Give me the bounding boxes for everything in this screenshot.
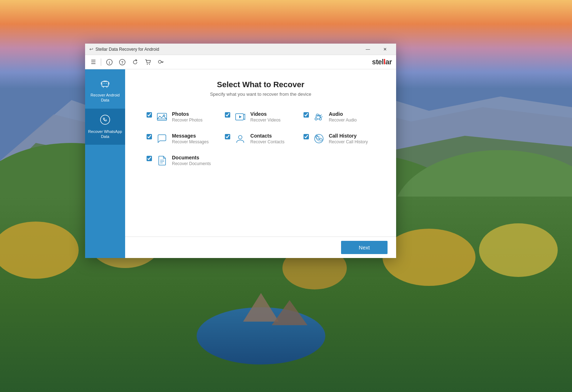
photos-checkbox[interactable] — [147, 112, 152, 118]
cart-icon — [145, 59, 151, 65]
videos-text: Videos Recover Videos — [250, 111, 281, 123]
call-history-checkbox[interactable] — [304, 134, 309, 139]
page-title: Select What to Recover — [139, 80, 382, 89]
contacts-text: Contacts Recover Contacts — [250, 133, 284, 144]
documents-checkbox[interactable] — [147, 156, 152, 161]
svg-point-32 — [100, 115, 110, 124]
footer-bar: Next — [125, 237, 396, 258]
sidebar-item-android-label: Recover Android Data — [88, 93, 122, 103]
svg-point-39 — [319, 118, 321, 120]
close-button[interactable]: ✕ — [377, 44, 393, 55]
next-button[interactable]: Next — [341, 241, 388, 254]
minimize-button[interactable]: — — [360, 44, 376, 55]
photos-desc: Recover Photos — [172, 118, 202, 123]
call-history-title: Call History — [329, 133, 368, 139]
audio-icon — [313, 111, 325, 124]
svg-point-22 — [149, 64, 150, 64]
titlebar: ↩ Stellar Data Recovery for Android — ✕ — [85, 44, 396, 55]
svg-point-31 — [106, 83, 107, 84]
call-history-desc: Recover Call History — [329, 139, 368, 144]
svg-point-38 — [315, 118, 317, 120]
info-button[interactable]: i — [105, 58, 114, 66]
messages-icon — [156, 133, 168, 146]
documents-title: Documents — [172, 155, 211, 160]
sidebar-item-android[interactable]: Recover Android Data — [85, 72, 125, 109]
sidebar: Recover Android Data Recover WhatsApp Da… — [85, 69, 125, 258]
videos-title: Videos — [250, 111, 281, 117]
titlebar-left: ↩ Stellar Data Recovery for Android — [89, 46, 159, 52]
key-button[interactable] — [156, 58, 166, 66]
documents-text: Documents Recover Documents — [172, 155, 211, 166]
videos-desc: Recover Videos — [250, 118, 281, 123]
contacts-desc: Recover Contacts — [250, 139, 284, 144]
svg-text:i: i — [109, 60, 110, 64]
page-subtitle: Specify what you want to recover from th… — [139, 91, 382, 97]
recovery-item-documents[interactable]: Documents Recover Documents — [147, 155, 218, 168]
app-window: ↩ Stellar Data Recovery for Android — ✕ … — [85, 44, 396, 258]
svg-point-13 — [479, 223, 558, 277]
stellar-logo: stellar — [372, 58, 392, 66]
documents-icon — [156, 155, 168, 168]
contacts-title: Contacts — [250, 133, 284, 139]
audio-text: Audio Recover Audio — [329, 111, 357, 123]
recovery-item-call-history[interactable]: Call History Recover Call History — [304, 133, 375, 146]
contacts-icon — [235, 133, 246, 146]
help-button[interactable]: ? — [118, 58, 127, 66]
android-icon — [100, 78, 110, 90]
titlebar-app-icon: ↩ — [89, 46, 93, 52]
svg-marker-37 — [239, 115, 242, 118]
audio-title: Audio — [329, 111, 357, 117]
hamburger-icon: ☰ — [91, 59, 96, 65]
recovery-item-videos[interactable]: Videos Recover Videos — [225, 111, 296, 124]
logo-accent: l — [384, 58, 385, 66]
main-panel: Select What to Recover Specify what you … — [125, 69, 396, 258]
help-icon: ? — [119, 59, 125, 65]
call-history-text: Call History Recover Call History — [329, 133, 368, 144]
contacts-checkbox[interactable] — [225, 134, 230, 139]
svg-point-21 — [147, 64, 148, 64]
audio-desc: Recover Audio — [329, 118, 357, 123]
recovery-item-contacts[interactable]: Contacts Recover Contacts — [225, 133, 296, 146]
audio-checkbox[interactable] — [304, 112, 309, 118]
photos-title: Photos — [172, 111, 202, 117]
menu-button[interactable]: ☰ — [89, 58, 97, 66]
call-history-icon — [313, 133, 325, 146]
main-content: Select What to Recover Specify what you … — [125, 69, 396, 237]
videos-icon — [235, 111, 246, 124]
key-icon — [158, 59, 164, 65]
recovery-grid: Photos Recover Photos — [139, 108, 382, 172]
messages-title: Messages — [172, 133, 209, 139]
messages-desc: Recover Messages — [172, 139, 209, 144]
messages-text: Messages Recover Messages — [172, 133, 209, 144]
svg-text:?: ? — [121, 60, 123, 64]
svg-point-30 — [104, 83, 104, 84]
documents-desc: Recover Documents — [172, 161, 211, 166]
svg-point-23 — [158, 60, 161, 63]
photos-icon — [156, 111, 168, 124]
refresh-icon — [132, 59, 138, 65]
recovery-item-messages[interactable]: Messages Recover Messages — [147, 133, 218, 146]
messages-checkbox[interactable] — [147, 134, 152, 139]
refresh-button[interactable] — [130, 58, 140, 66]
toolbar: ☰ i ? — [85, 55, 396, 69]
svg-point-35 — [163, 115, 165, 116]
photos-text: Photos Recover Photos — [172, 111, 202, 123]
toolbar-icons: ☰ i ? — [89, 58, 166, 66]
info-icon: i — [106, 59, 113, 65]
titlebar-controls: — ✕ — [360, 44, 393, 55]
videos-checkbox[interactable] — [225, 112, 230, 118]
cart-button[interactable] — [143, 58, 153, 66]
recovery-item-photos[interactable]: Photos Recover Photos — [147, 111, 218, 124]
svg-point-44 — [238, 135, 242, 139]
sidebar-item-whatsapp-label: Recover WhatsApp Data — [88, 129, 122, 139]
whatsapp-icon — [100, 114, 110, 127]
content-area: Recover Android Data Recover WhatsApp Da… — [85, 69, 396, 258]
recovery-item-audio[interactable]: Audio Recover Audio — [304, 111, 375, 124]
window-title: Stellar Data Recovery for Android — [95, 47, 159, 52]
sidebar-item-whatsapp[interactable]: Recover WhatsApp Data — [85, 109, 125, 145]
svg-point-12 — [383, 229, 475, 286]
toolbar-separator — [101, 59, 101, 66]
svg-rect-24 — [102, 81, 108, 86]
svg-rect-33 — [157, 113, 167, 120]
svg-marker-34 — [157, 116, 167, 119]
